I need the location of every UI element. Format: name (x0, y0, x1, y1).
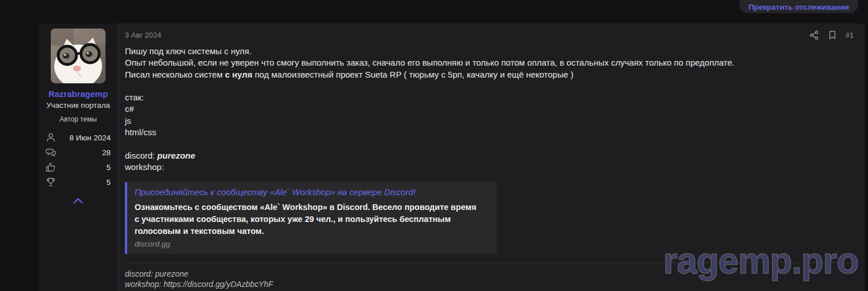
username-link[interactable]: Razrabragemp (38, 89, 118, 99)
post-date-link[interactable]: 3 Авг 2024 (125, 31, 161, 39)
thread-author-badge: Автор темы (38, 115, 118, 123)
stack-item: html/css (125, 127, 854, 138)
embed-source: discord.gg (135, 240, 488, 248)
forum-post: Razrabragemp Участник портала Автор темы… (38, 23, 865, 291)
cat-avatar-image (51, 29, 106, 83)
stat-trophies: 5 (46, 175, 111, 189)
stop-following-button[interactable]: Прекратить отслеживание (739, 0, 858, 13)
embed-title-link[interactable]: Присоединяйтесь к сообществу «Ale` Works… (135, 187, 488, 197)
discord-handle: purezone (157, 151, 196, 160)
stack-item: c# (125, 103, 854, 115)
trophies-count: 5 (106, 178, 111, 187)
stat-joined: 8 Июн 2024 (46, 130, 111, 145)
likes-icon (46, 162, 56, 172)
post-header: 3 Авг 2024 #1 (125, 29, 854, 41)
bookmark-icon[interactable] (828, 30, 837, 40)
workshop-line: workshop: (125, 161, 854, 173)
bold-text: с нуля (225, 70, 253, 79)
discord-line: discord: purezone (125, 150, 854, 161)
post-body: Пишу под ключ системы с нуля. Опыт небол… (125, 46, 854, 173)
likes-count: 5 (106, 163, 111, 172)
user-cell: Razrabragemp Участник портала Автор темы… (38, 23, 119, 291)
stack-item: js (125, 115, 854, 127)
joined-date: 8 Июн 2024 (70, 134, 111, 142)
share-icon[interactable] (809, 30, 819, 40)
user-stats: 8 Июн 2024 28 5 (38, 130, 118, 189)
chevron-up-icon (72, 197, 84, 204)
avatar[interactable] (51, 29, 106, 83)
post-header-actions: #1 (809, 30, 854, 40)
stat-messages: 28 (46, 145, 111, 160)
collapse-user-info-button[interactable] (72, 197, 84, 206)
signature-line: workshop: https://discord.gg/yDAzbbcYhF (125, 279, 854, 289)
user-title: Участник портала (38, 101, 118, 110)
trophy-icon (46, 177, 56, 187)
post-line: Писал несколько систем с нуля под малоиз… (125, 69, 854, 80)
user-signature: discord: purezone workshop: https://disc… (125, 262, 854, 289)
messages-icon (46, 147, 56, 157)
stat-likes: 5 (46, 160, 111, 175)
embed-description: Ознакомьтесь с сообществом «Ale` Worksho… (135, 201, 482, 237)
discord-link-embed: Присоединяйтесь к сообществу «Ale` Works… (125, 182, 497, 254)
user-icon (46, 132, 56, 143)
post-content-area: 3 Авг 2024 #1 Пишу под ключ системы с ну… (119, 23, 865, 291)
post-line: Опыт небольшой, если не уверен что смогу… (125, 57, 854, 68)
post-line: Пишу под ключ системы с нуля. (125, 46, 854, 57)
signature-line: discord: purezone (125, 269, 854, 279)
post-number-link[interactable]: #1 (846, 31, 854, 39)
messages-count: 28 (102, 148, 111, 157)
stack-label: стак: (125, 92, 854, 103)
